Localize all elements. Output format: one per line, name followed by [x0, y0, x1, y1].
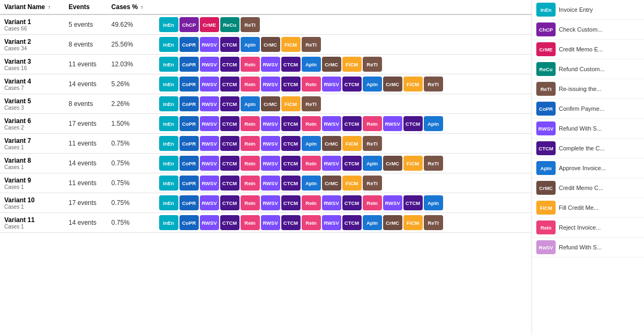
activity-chip-RWSV[interactable]: RWSV: [261, 57, 280, 72]
table-row[interactable]: Variant 11Cases 114 events0.75%InEnCoPRR…: [0, 213, 531, 233]
table-row[interactable]: Variant 8Cases 114 events0.75%InEnCoPRRW…: [0, 154, 531, 173]
activity-chip-InEn[interactable]: InEn: [159, 77, 178, 92]
table-row[interactable]: Variant 10Cases 117 events0.75%InEnCoPRR…: [0, 193, 531, 213]
activity-chip-ReIn[interactable]: ReIn: [241, 215, 260, 230]
activity-chip-CrMC[interactable]: CrMC: [383, 215, 402, 230]
activity-chip-RWSV[interactable]: RWSV: [200, 57, 219, 72]
activity-chip-ReIn[interactable]: ReIn: [241, 176, 260, 191]
activity-chip-RWSV[interactable]: RWSV: [322, 156, 341, 171]
table-row[interactable]: Variant 1Cases 665 events49.62%InEnChCPC…: [0, 14, 531, 35]
activity-chip-ReIn[interactable]: ReIn: [241, 116, 260, 131]
activity-chip-CTCM[interactable]: CTCM: [403, 195, 423, 210]
activity-chip-RWSV[interactable]: RWSV: [200, 116, 219, 131]
activity-chip-ReTI[interactable]: ReTI: [363, 136, 382, 151]
table-row[interactable]: Variant 7Cases 111 events0.75%InEnCoPRRW…: [0, 134, 531, 154]
activity-chip-CrMC[interactable]: CrMC: [261, 96, 280, 111]
activity-chip-CTCM[interactable]: CTCM: [281, 116, 301, 131]
activity-chip-InEn[interactable]: InEn: [159, 195, 178, 210]
legend-item-ReCu[interactable]: ReCuRefund Custom...: [532, 59, 644, 79]
activity-chip-FiCM[interactable]: FiCM: [342, 57, 362, 72]
col-header-events[interactable]: Events: [64, 0, 107, 14]
activity-chip-CTCM[interactable]: CTCM: [220, 195, 239, 210]
legend-item-ApIn[interactable]: ApInApprove Invoice...: [532, 158, 644, 178]
legend-item-RWSV[interactable]: RWSVRefund With S...: [532, 119, 644, 139]
activity-chip-ReTI[interactable]: ReTI: [363, 57, 382, 72]
activity-chip-CTCM[interactable]: CTCM: [281, 195, 301, 210]
table-row[interactable]: Variant 9Cases 111 events0.75%InEnCoPRRW…: [0, 173, 531, 193]
activity-chip-ReCu[interactable]: ReCu: [220, 17, 239, 32]
activity-chip-RWSV[interactable]: RWSV: [261, 156, 280, 171]
activity-chip-InEn[interactable]: InEn: [159, 57, 178, 72]
activity-chip-CoPR[interactable]: CoPR: [179, 37, 199, 52]
activity-chip-RWSV[interactable]: RWSV: [261, 195, 280, 210]
activity-chip-FiCM[interactable]: FiCM: [342, 176, 362, 191]
activity-chip-ReIn[interactable]: ReIn: [363, 195, 382, 210]
activity-chip-CTCM[interactable]: CTCM: [281, 176, 301, 191]
activity-chip-ReIn[interactable]: ReIn: [241, 195, 260, 210]
activity-chip-InEn[interactable]: InEn: [159, 176, 178, 191]
activity-chip-CrMC[interactable]: CrMC: [322, 136, 341, 151]
activity-chip-CrMC[interactable]: CrMC: [322, 57, 341, 72]
activity-chip-ApIn[interactable]: ApIn: [241, 37, 260, 52]
activity-chip-InEn[interactable]: InEn: [159, 17, 178, 32]
activity-chip-CoPR[interactable]: CoPR: [179, 116, 199, 131]
activity-chip-ReTI[interactable]: ReTI: [424, 156, 443, 171]
legend-item-FiCM[interactable]: FiCMFill Credit Me...: [532, 198, 644, 218]
activity-chip-RWSV[interactable]: RWSV: [200, 136, 219, 151]
activity-chip-ReIn[interactable]: ReIn: [302, 215, 321, 230]
activity-chip-CTCM[interactable]: CTCM: [220, 96, 239, 111]
activity-chip-RWSV[interactable]: RWSV: [200, 156, 219, 171]
activity-chip-ReTI[interactable]: ReTI: [424, 215, 443, 230]
legend-item-RwSV[interactable]: RwSVRefund With S...: [532, 238, 644, 257]
activity-chip-CTCM[interactable]: CTCM: [342, 116, 362, 131]
activity-chip-CoPR[interactable]: CoPR: [179, 96, 199, 111]
activity-chip-CTCM[interactable]: CTCM: [220, 37, 239, 52]
activity-chip-RWSV[interactable]: RWSV: [200, 96, 219, 111]
activity-chip-ReIn[interactable]: ReIn: [241, 57, 260, 72]
activity-chip-ChCP[interactable]: ChCP: [179, 17, 199, 32]
variants-table-container[interactable]: Variant Name ↑ Events Cases % ↑ Variant …: [0, 0, 531, 335]
activity-chip-RWSV[interactable]: RWSV: [383, 116, 402, 131]
activity-chip-CoPR[interactable]: CoPR: [179, 215, 199, 230]
activity-chip-ApIn[interactable]: ApIn: [241, 96, 260, 111]
activity-chip-CoPR[interactable]: CoPR: [179, 77, 199, 92]
table-row[interactable]: Variant 5Cases 38 events2.26%InEnCoPRRWS…: [0, 94, 531, 114]
activity-chip-CTCM[interactable]: CTCM: [281, 57, 301, 72]
activity-chip-FiCM[interactable]: FiCM: [403, 77, 423, 92]
activity-chip-RWSV[interactable]: RWSV: [261, 136, 280, 151]
activity-chip-CTCM[interactable]: CTCM: [281, 136, 301, 151]
activity-chip-RWSV[interactable]: RWSV: [200, 195, 219, 210]
activity-chip-InEn[interactable]: InEn: [159, 215, 178, 230]
activity-chip-ReIn[interactable]: ReIn: [302, 116, 321, 131]
activity-chip-ApIn[interactable]: ApIn: [302, 136, 321, 151]
activity-chip-CTCM[interactable]: CTCM: [403, 116, 423, 131]
legend-item-CTCM[interactable]: CTCMComplete the C...: [532, 139, 644, 158]
activity-chip-RWSV[interactable]: RWSV: [200, 215, 219, 230]
activity-chip-CTCM[interactable]: CTCM: [281, 77, 301, 92]
activity-chip-FiCM[interactable]: FiCM: [281, 37, 301, 52]
activity-chip-CTCM[interactable]: CTCM: [220, 77, 239, 92]
legend-item-ReTI[interactable]: ReTIRe-issuing the...: [532, 79, 644, 99]
activity-chip-CTCM[interactable]: CTCM: [220, 215, 239, 230]
legend-item-CrMC[interactable]: CrMCCredit Memo C...: [532, 178, 644, 198]
legend-item-CoPR[interactable]: CoPRConfirm Payme...: [532, 99, 644, 119]
activity-chip-ReTI[interactable]: ReTI: [302, 37, 321, 52]
table-row[interactable]: Variant 3Cases 1611 events12.03%InEnCoPR…: [0, 55, 531, 74]
activity-chip-ReTI[interactable]: ReTI: [363, 176, 382, 191]
activity-chip-FiCM[interactable]: FiCM: [403, 156, 423, 171]
activity-chip-ReTI[interactable]: ReTI: [302, 96, 321, 111]
legend-item-InEn[interactable]: InEnInvoice Entry: [532, 0, 644, 20]
activity-chip-ReIn[interactable]: ReIn: [302, 156, 321, 171]
col-header-variant-name[interactable]: Variant Name ↑: [0, 0, 64, 14]
activity-chip-CoPR[interactable]: CoPR: [179, 136, 199, 151]
activity-chip-ReIn[interactable]: ReIn: [241, 136, 260, 151]
activity-chip-CoPR[interactable]: CoPR: [179, 195, 199, 210]
activity-chip-RWSV[interactable]: RWSV: [322, 116, 341, 131]
activity-chip-FiCM[interactable]: FiCM: [403, 215, 423, 230]
activity-chip-CTCM[interactable]: CTCM: [220, 57, 239, 72]
activity-chip-ReIn[interactable]: ReIn: [241, 77, 260, 92]
activity-chip-RWSV[interactable]: RWSV: [261, 116, 280, 131]
activity-chip-CTCM[interactable]: CTCM: [342, 156, 362, 171]
legend-item-ChCP[interactable]: ChCPCheck Custom...: [532, 20, 644, 40]
activity-chip-RWSV[interactable]: RWSV: [200, 37, 219, 52]
